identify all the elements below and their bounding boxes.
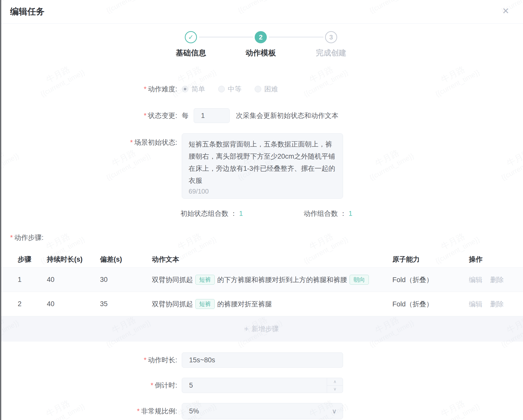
required-mark: *	[130, 139, 133, 146]
required-mark: *	[137, 407, 140, 415]
wizard-stepper: ✓ 2 3 基础信息 动作模板 完成创建	[0, 31, 523, 58]
initial-state-textarea[interactable]: 短裤五条数据背面朝上，五条数据正面朝上，裤腰朝右，离头部视野下方至少20cm之外…	[182, 133, 343, 199]
plus-icon: +	[244, 325, 248, 333]
action-combo-label: 动作组合数 ：	[304, 209, 347, 218]
state-change-label: *状态变更:	[0, 111, 177, 120]
object-tag: 短裤	[195, 275, 215, 285]
add-step-button[interactable]: + 新增步骤	[0, 316, 523, 342]
edit-task-dialog: 牛月路{{current_time}}牛月路{{current_time}}牛月…	[0, 0, 523, 420]
header-operations: 操作	[469, 255, 523, 264]
dialog-title: 编辑任务	[10, 6, 45, 17]
action-combo-value: 1	[349, 210, 352, 218]
initial-state-row: *场景初始状态: 短裤五条数据背面朝上，五条数据正面朝上，裤腰朝右，离头部视野下…	[0, 133, 523, 199]
duration-label: *动作时长:	[0, 355, 177, 365]
countdown-input[interactable]: 5 ∧ ∨	[182, 378, 343, 393]
required-mark: *	[144, 112, 147, 119]
duration-control: 15s~80s	[182, 352, 343, 368]
delete-link[interactable]: 删除	[490, 276, 504, 284]
cell-action-text: 双臂协同抓起短裤的裤腰对折至裤腿	[152, 299, 392, 309]
action-text-part: 双臂协同抓起	[152, 300, 193, 309]
required-mark: *	[10, 234, 13, 242]
increment-button[interactable]: ∧	[327, 378, 343, 386]
step-1-label: 基础信息	[160, 48, 221, 58]
delete-link[interactable]: 删除	[490, 300, 504, 308]
char-counter: 69/100	[189, 187, 209, 195]
difficulty-label: *动作难度:	[0, 85, 177, 94]
dialog-header: 编辑任务 ✕	[0, 0, 523, 24]
step-2-label: 动作模板	[230, 48, 291, 58]
header-deviation: 偏差(s)	[100, 255, 152, 264]
header-duration: 持续时长(s)	[47, 255, 100, 264]
decrement-button[interactable]: ∨	[327, 386, 343, 393]
duration-input[interactable]: 15s~80s	[182, 352, 343, 368]
radio-dot-icon	[255, 86, 261, 92]
close-icon[interactable]: ✕	[502, 7, 510, 15]
edit-link[interactable]: 编辑	[469, 300, 482, 308]
step-2-circle: 2	[255, 31, 267, 43]
state-change-input[interactable]: 1	[194, 108, 230, 123]
step-3-number: 3	[329, 33, 333, 41]
radio-hard[interactable]: 困难	[255, 85, 278, 94]
edit-link[interactable]: 编辑	[469, 276, 482, 284]
difficulty-options: 简单 中等 困难	[182, 85, 291, 94]
object-tag: 朝向	[350, 275, 369, 285]
countdown-row: *倒计时: 5 ∧ ∨	[0, 378, 523, 393]
table-row: 24035双臂协同抓起短裤的裤腰对折至裤腿Fold（折叠）编辑删除	[0, 292, 523, 316]
unusual-ratio-row: *非常规比例: 5% ∨	[0, 403, 523, 419]
unusual-ratio-select[interactable]: 5% ∨	[182, 403, 343, 419]
countdown-value: 5	[189, 382, 193, 389]
countdown-label: *倒计时:	[0, 381, 177, 390]
action-text-part: 的下方裤腿和裤腰对折到上方的裤腿和裤腰	[217, 275, 347, 284]
header-ability: 原子能力	[392, 255, 469, 264]
radio-medium-label: 中等	[228, 85, 242, 94]
cell-duration: 40	[47, 300, 100, 308]
action-text-part: 双臂协同抓起	[152, 275, 193, 284]
initial-state-control: 短裤五条数据背面朝上，五条数据正面朝上，裤腰朝右，离头部视野下方至少20cm之外…	[182, 133, 343, 199]
step-connector	[199, 37, 253, 37]
action-combo-group: 动作组合数 ： 1	[304, 209, 353, 218]
header-step: 步骤	[0, 255, 47, 264]
initial-combo-value: 1	[239, 210, 243, 218]
duration-row: *动作时长: 15s~80s	[0, 352, 523, 368]
cell-duration: 40	[47, 276, 100, 284]
state-change-prefix: 每	[182, 111, 189, 120]
countdown-control: 5 ∧ ∨	[182, 378, 343, 393]
radio-easy[interactable]: 简单	[182, 85, 205, 94]
add-step-label: 新增步骤	[251, 324, 279, 333]
required-mark: *	[144, 85, 147, 93]
cell-deviation: 35	[100, 300, 152, 308]
cell-action-text: 双臂协同抓起短裤的下方裤腿和裤腰对折到上方的裤腿和裤腰朝向	[152, 275, 392, 285]
step-2-number: 2	[259, 33, 263, 41]
unusual-ratio-control: 5% ∨	[182, 403, 343, 419]
radio-medium[interactable]: 中等	[218, 85, 242, 94]
cell-step: 1	[0, 276, 47, 284]
cell-operations: 编辑删除	[469, 300, 523, 309]
header-action-text: 动作文本	[152, 255, 392, 264]
cell-step: 2	[0, 300, 47, 308]
check-icon: ✓	[188, 33, 194, 41]
unusual-ratio-label: *非常规比例:	[0, 407, 177, 416]
step-3-label: 完成创建	[301, 48, 361, 58]
state-change-control: 每 1 次采集会更新初始状态和动作文本	[182, 108, 338, 123]
radio-hard-label: 困难	[264, 85, 278, 94]
steps-table-header: 步骤 持续时长(s) 偏差(s) 动作文本 原子能力 操作	[0, 251, 523, 268]
cell-operations: 编辑删除	[469, 275, 523, 284]
initial-state-label: *场景初始状态:	[0, 138, 177, 147]
cell-ability: Fold（折叠）	[392, 275, 469, 284]
difficulty-row: *动作难度: 简单 中等 困难	[0, 84, 523, 94]
initial-combo-group: 初始状态组合数 ： 1	[180, 209, 243, 218]
radio-dot-icon	[218, 86, 225, 92]
action-steps-label: * 动作步骤:	[0, 233, 523, 243]
table-row: 14030双臂协同抓起短裤的下方裤腿和裤腰对折到上方的裤腿和裤腰朝向Fold（折…	[0, 268, 523, 292]
steps-table-body: 14030双臂协同抓起短裤的下方裤腿和裤腰对折到上方的裤腿和裤腰朝向Fold（折…	[0, 268, 523, 316]
initial-combo-label: 初始状态组合数 ：	[180, 209, 237, 218]
number-spinner: ∧ ∨	[327, 378, 343, 393]
required-mark: *	[144, 356, 147, 364]
step-1-circle: ✓	[185, 31, 197, 43]
backdrop-edge	[0, 0, 1, 420]
action-text-part: 的裤腰对折至裤腿	[217, 300, 272, 309]
required-mark: *	[151, 382, 153, 389]
cell-ability: Fold（折叠）	[392, 300, 469, 309]
radio-dot-icon	[182, 86, 188, 92]
chevron-down-icon: ∨	[332, 407, 337, 415]
